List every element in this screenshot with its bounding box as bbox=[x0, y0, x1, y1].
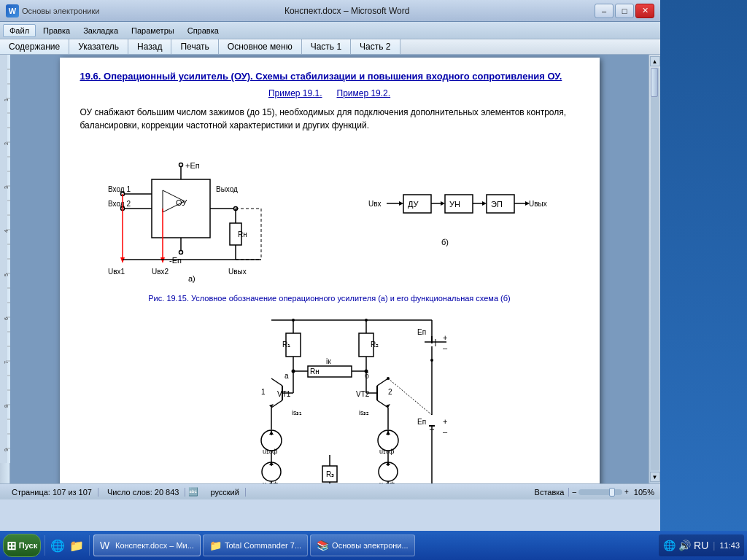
doc-scroll-area[interactable]: 19.6. Операционный усилитель (ОУ). Схемы… bbox=[10, 55, 649, 483]
left-ruler: 1 2 3 4 5 6 7 8 9 bbox=[0, 55, 10, 483]
menu-file[interactable]: Файл bbox=[3, 24, 36, 37]
svg-text:is₃₂: is₃₂ bbox=[359, 409, 370, 416]
nav-tab-nazad[interactable]: Назад bbox=[128, 39, 171, 54]
ie-icon[interactable]: 🌐 bbox=[49, 537, 66, 554]
subtitle2-link[interactable]: Пример 19.2. bbox=[337, 87, 391, 100]
svg-text:4: 4 bbox=[4, 230, 9, 233]
svg-text:Rн: Rн bbox=[238, 230, 247, 238]
circuit-diagram-2: R₁ R₂ Rн bbox=[80, 313, 579, 483]
nav-tab-osnovnoe[interactable]: Основное меню bbox=[219, 39, 302, 54]
word-app-icon: W bbox=[6, 4, 19, 18]
subtitle1-link[interactable]: Пример 19.1. bbox=[268, 87, 322, 100]
word-count: Число слов: 20 843 bbox=[101, 488, 185, 497]
titlebar: W Основы электроники Конспект.docx – Mic… bbox=[0, 0, 660, 22]
insert-mode: Вставка bbox=[530, 488, 570, 497]
svg-marker-65 bbox=[120, 257, 125, 263]
status-right: Вставка – + 105% bbox=[530, 488, 654, 497]
taskbar-sep2 bbox=[89, 535, 90, 556]
minimize-button[interactable]: – bbox=[595, 4, 614, 18]
osnovy-taskbar-label: Основы электрони... bbox=[332, 541, 409, 550]
scroll-up-btn[interactable]: ▲ bbox=[650, 56, 660, 66]
nav-tab-pechat[interactable]: Печать bbox=[171, 39, 218, 54]
subtitle-links: Пример 19.1. Пример 19.2. bbox=[80, 87, 579, 100]
svg-text:ДУ: ДУ bbox=[408, 200, 419, 209]
osnovy-toolbar: Файл Правка Закладка Параметры Справка bbox=[0, 22, 660, 39]
svg-text:+Еп: +Еп bbox=[185, 161, 200, 170]
svg-text:R₂: R₂ bbox=[371, 341, 379, 349]
clock: 11:43 bbox=[719, 541, 740, 550]
svg-text:VT1: VT1 bbox=[277, 390, 291, 398]
maximize-button[interactable]: □ bbox=[615, 4, 634, 18]
svg-text:u₁пф: u₁пф bbox=[263, 481, 279, 483]
svg-text:is₃₁: is₃₁ bbox=[292, 409, 303, 416]
nav-tab-ukazatel[interactable]: Указатель bbox=[69, 39, 128, 54]
svg-text:+: + bbox=[443, 333, 447, 342]
scroll-thumb[interactable] bbox=[651, 68, 658, 97]
page-info: Страница: 107 из 107 bbox=[6, 488, 98, 497]
taskbar-osnovy-btn[interactable]: 📚 Основы электрони... bbox=[310, 534, 415, 556]
desktop-right bbox=[660, 0, 747, 531]
svg-text:ЭП: ЭП bbox=[491, 200, 503, 209]
zoom-control[interactable]: – + 105% bbox=[572, 488, 654, 497]
taskbar-word-btn[interactable]: W Конспект.docx – Ми... bbox=[93, 534, 201, 556]
scroll-down-btn[interactable]: ▼ bbox=[650, 472, 660, 482]
ruler-svg: 1 2 3 4 5 6 7 8 9 bbox=[0, 55, 10, 463]
nav-tab-chast2[interactable]: Часть 2 bbox=[351, 39, 400, 54]
menu-zakladka[interactable]: Закладка bbox=[77, 25, 124, 36]
svg-text:Uвх1: Uвх1 bbox=[108, 268, 125, 276]
svg-text:+: + bbox=[443, 417, 447, 426]
svg-text:7: 7 bbox=[4, 361, 9, 364]
svg-text:–: – bbox=[443, 343, 448, 352]
svg-text:–: – bbox=[443, 427, 448, 436]
osnovy-title-text: Основы электроники bbox=[22, 7, 99, 15]
commander-taskbar-icon: 📁 bbox=[209, 540, 221, 551]
taskbar-commander-btn[interactable]: 📁 Total Commander 7... bbox=[203, 534, 308, 556]
svg-point-45 bbox=[179, 163, 183, 166]
svg-text:Eп: Eп bbox=[417, 418, 426, 426]
commander-taskbar-label: Total Commander 7... bbox=[225, 541, 301, 550]
caption1: Рис. 19.15. Условное обозначение операци… bbox=[80, 292, 579, 305]
svg-text:Rн: Rн bbox=[310, 368, 320, 376]
word-taskbar-label: Конспект.docx – Ми... bbox=[115, 541, 194, 550]
svg-text:5: 5 bbox=[4, 273, 9, 276]
svg-text:УН: УН bbox=[449, 200, 460, 209]
right-scrollbar[interactable]: ▲ ▼ bbox=[649, 55, 660, 483]
svg-text:u₁₀ф: u₁₀ф bbox=[379, 448, 395, 455]
functional-scheme-svg: Uвх ДУ УН bbox=[368, 168, 551, 256]
nav-tab-chast1[interactable]: Часть 1 bbox=[302, 39, 351, 54]
svg-text:9: 9 bbox=[4, 448, 9, 451]
svg-text:2: 2 bbox=[4, 142, 9, 145]
svg-text:u₁₀ф: u₁₀ф bbox=[263, 448, 278, 455]
nav-tab-soderzhanie[interactable]: Содержание bbox=[0, 39, 69, 54]
menu-parametry[interactable]: Параметры bbox=[125, 25, 180, 36]
svg-marker-79 bbox=[441, 201, 445, 206]
zoom-slider[interactable] bbox=[578, 489, 622, 495]
taskbar-separator bbox=[44, 535, 45, 556]
svg-text:Выход: Выход bbox=[216, 185, 238, 193]
svg-text:Вход 1: Вход 1 bbox=[108, 185, 131, 193]
close-button[interactable]: ✕ bbox=[635, 4, 654, 18]
svg-text:VT2: VT2 bbox=[356, 390, 370, 398]
svg-rect-42 bbox=[152, 179, 210, 238]
svg-text:Uвых: Uвых bbox=[228, 268, 247, 276]
zoom-in-btn[interactable]: + bbox=[624, 488, 629, 496]
svg-text:u₁пф: u₁пф bbox=[379, 481, 395, 483]
menu-pravka[interactable]: Правка bbox=[37, 25, 76, 36]
svg-marker-75 bbox=[399, 201, 403, 206]
circuit-diagram-1: +Еп -Еп bbox=[80, 139, 579, 285]
menu-spravka[interactable]: Справка bbox=[182, 25, 225, 36]
window-controls: – □ ✕ bbox=[595, 4, 654, 18]
spell-icon: 🔤 bbox=[188, 487, 198, 497]
time-text: 11:43 bbox=[719, 541, 740, 550]
svg-line-114 bbox=[271, 400, 282, 408]
svg-text:8: 8 bbox=[4, 405, 9, 408]
start-button[interactable]: ⊞ Пуск bbox=[3, 534, 41, 557]
zoom-out-btn[interactable]: – bbox=[572, 488, 576, 496]
svg-text:R₁: R₁ bbox=[282, 341, 290, 349]
explorer-icon-tray[interactable]: 📁 bbox=[68, 537, 85, 554]
nav-bar: Содержание Указатель Назад Печать Основн… bbox=[0, 39, 660, 55]
zoom-thumb[interactable] bbox=[609, 488, 615, 497]
svg-text:б: б bbox=[365, 372, 369, 380]
svg-text:Uвых: Uвых bbox=[529, 200, 547, 208]
ou-symbol-svg: +Еп -Еп bbox=[108, 139, 312, 285]
